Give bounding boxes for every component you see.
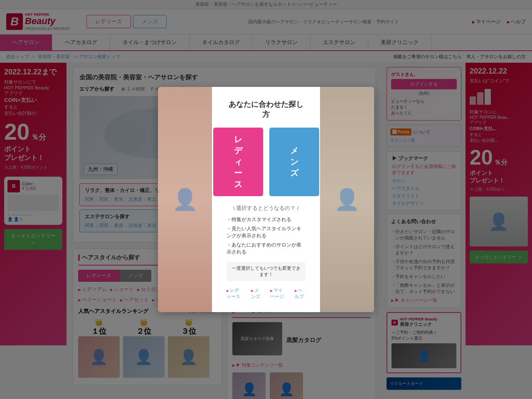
modal: × 👤 👤 あなたに合わせた探し方 レディース メンズ \ 選択するとどうなるの…	[158, 87, 374, 312]
modal-bottom-mypage[interactable]: マイページ	[270, 287, 286, 300]
modal-bottom-ladies[interactable]: レディース	[227, 287, 243, 300]
modal-gender-buttons: レディース メンズ	[227, 128, 305, 196]
modal-left-image: 👤	[158, 87, 212, 312]
modal-bottom-help[interactable]: ヘルプ	[295, 287, 305, 300]
modal-mens-button[interactable]: メンズ	[269, 128, 319, 196]
modal-overlay[interactable]: × 👤 👤 あなたに合わせた探し方 レディース メンズ \ 選択するとどうなるの…	[0, 0, 532, 399]
modal-right-image: 👤	[320, 87, 374, 312]
modal-desc-item-1: 特集がカスタマイズされる	[227, 216, 305, 223]
modal-desc-title: \ 選択するとどうなるの？ /	[227, 204, 305, 212]
modal-ladies-button[interactable]: レディース	[213, 128, 263, 196]
modal-bottom-mens[interactable]: メンズ	[251, 287, 262, 300]
modal-desc-item-2: 見たい人気ヘアスタイルランキングが表示される	[227, 225, 305, 239]
modal-title: あなたに合わせた探し方	[227, 99, 305, 119]
modal-bottom-links: レディース メンズ マイページ ヘルプ	[227, 287, 305, 300]
modal-desc-item-3: あなたにおすすめのサロンが表示される	[227, 241, 305, 256]
modal-desc-list: 特集がカスタマイズされる 見たい人気ヘアスタイルランキングが表示される あなたに…	[227, 216, 305, 256]
modal-notice: 一度選択してもいつでも変更できます！	[227, 262, 305, 281]
modal-content: あなたに合わせた探し方 レディース メンズ \ 選択するとどうなるの？ / 特集…	[227, 99, 305, 300]
